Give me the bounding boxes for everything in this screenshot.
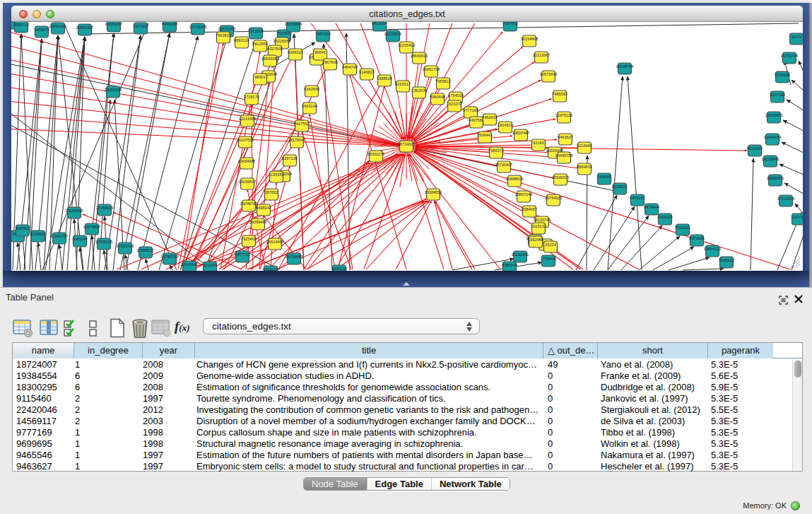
svg-text:10654122: 10654122 [704,247,722,251]
svg-text:15716485: 15716485 [286,255,303,259]
svg-text:20691407: 20691407 [76,25,94,30]
svg-text:9329966: 9329966 [775,73,790,77]
svg-text:16107552: 16107552 [237,138,254,142]
svg-text:15720407: 15720407 [495,163,513,167]
svg-text:62160: 62160 [533,141,544,145]
svg-text:9463627: 9463627 [558,135,573,139]
svg-text:587832: 587832 [265,190,278,194]
svg-text:1733426: 1733426 [541,257,556,261]
svg-text:2055712: 2055712 [13,23,29,27]
svg-text:8813054: 8813054 [372,22,387,25]
svg-text:9084067: 9084067 [522,207,537,211]
svg-text:9327505: 9327505 [267,47,283,51]
svg-text:7386372: 7386372 [488,148,504,153]
svg-text:19654985: 19654985 [238,159,256,163]
svg-text:16782759: 16782759 [161,255,179,259]
svg-text:12975115: 12975115 [555,113,572,117]
svg-text:15181941: 15181941 [512,252,529,257]
svg-text:922344: 922344 [204,263,217,267]
svg-text:16099483: 16099483 [249,220,267,224]
svg-text:10154808: 10154808 [521,37,539,41]
svg-text:6794028: 6794028 [448,93,464,98]
svg-text:17359924: 17359924 [96,206,114,210]
svg-text:10653267: 10653267 [105,22,123,26]
svg-text:20691406: 20691406 [49,24,67,28]
svg-text:1362635: 1362635 [411,88,427,93]
svg-text:8990448: 8990448 [430,95,445,99]
svg-text:10973493: 10973493 [540,72,558,76]
svg-text:16549323: 16549323 [552,175,570,180]
svg-text:9899635: 9899635 [577,165,592,169]
svg-text:1621072: 1621072 [447,102,462,106]
svg-text:8186323: 8186323 [288,50,303,54]
svg-text:835061: 835061 [16,226,30,230]
svg-text:18754923: 18754923 [545,196,563,200]
svg-text:9215460: 9215460 [577,144,592,148]
svg-text:164095: 164095 [598,175,611,179]
svg-text:14120746: 14120746 [534,218,551,222]
svg-text:2536441: 2536441 [477,133,493,137]
svg-text:98901: 98901 [254,75,266,79]
svg-text:11123: 11123 [792,35,802,39]
svg-text:6479197: 6479197 [630,196,645,200]
svg-text:2867608: 2867608 [322,60,338,64]
svg-text:9146821: 9146821 [359,70,375,74]
svg-text:12923446: 12923446 [181,262,199,267]
svg-text:7515526: 7515526 [248,29,264,33]
svg-text:10688609: 10688609 [506,177,524,181]
svg-text:0433218: 0433218 [263,267,278,271]
svg-text:7663822: 7663822 [216,33,231,37]
svg-text:8912954: 8912954 [252,42,268,46]
svg-text:10507487: 10507487 [512,131,530,135]
svg-text:8386379: 8386379 [502,263,517,267]
svg-text:7485063: 7485063 [552,92,567,96]
svg-text:8454749: 8454749 [342,65,358,69]
svg-text:12505135: 12505135 [95,240,113,244]
svg-text:7955812: 7955812 [435,79,451,83]
svg-text:10719155: 10719155 [189,25,207,29]
svg-text:1156829: 1156829 [30,232,45,236]
svg-text:2087662: 2087662 [502,22,518,25]
svg-text:15226058: 15226058 [273,39,291,43]
svg-text:8220317: 8220317 [395,82,411,86]
svg-text:8427552: 8427552 [294,122,310,126]
svg-text:12942757: 12942757 [51,234,69,238]
svg-text:9498242: 9498242 [256,206,271,210]
svg-text:9242848: 9242848 [304,87,319,91]
svg-text:17957223: 17957223 [117,244,134,248]
svg-text:11325419: 11325419 [398,43,415,47]
svg-text:16914489: 16914489 [266,240,284,244]
svg-text:15692901: 15692901 [767,176,784,180]
svg-text:15751074: 15751074 [781,54,799,58]
svg-text:9457791: 9457791 [235,252,250,257]
svg-text:12213967: 12213967 [533,53,551,57]
svg-text:2935114: 2935114 [657,215,672,219]
svg-text:1588520: 1588520 [377,76,392,81]
svg-text:16648784: 16648784 [616,64,634,69]
svg-text:1405573: 1405573 [34,28,49,32]
svg-text:25224: 25224 [545,243,556,247]
svg-text:7957224: 7957224 [315,32,331,36]
svg-text:9245612: 9245612 [719,258,734,262]
svg-text:1145194: 1145194 [72,237,87,241]
svg-text:8267130: 8267130 [282,156,298,160]
svg-text:18807249: 18807249 [515,192,533,197]
svg-text:16543382: 16543382 [261,57,279,61]
svg-text:817004: 817004 [290,138,304,142]
svg-text:10671355: 10671355 [218,27,236,31]
svg-text:12444154: 12444154 [764,135,782,139]
svg-text:16033809: 16033809 [285,22,302,26]
svg-text:12093873: 12093873 [765,113,783,117]
svg-text:17010504: 17010504 [777,197,795,201]
svg-text:7625402: 7625402 [241,237,257,241]
svg-text:7462633: 7462633 [482,115,498,119]
svg-text:19218506: 19218506 [384,32,402,36]
svg-text:20206556: 20206556 [66,209,83,213]
svg-text:18724007: 18724007 [398,142,416,146]
svg-text:1527602: 1527602 [133,24,148,28]
svg-text:15302275: 15302275 [367,152,385,156]
svg-text:2603144: 2603144 [302,104,317,108]
svg-text:1615132: 1615132 [531,224,546,228]
svg-text:9600133: 9600133 [331,267,347,271]
svg-text:18640910: 18640910 [411,54,428,58]
